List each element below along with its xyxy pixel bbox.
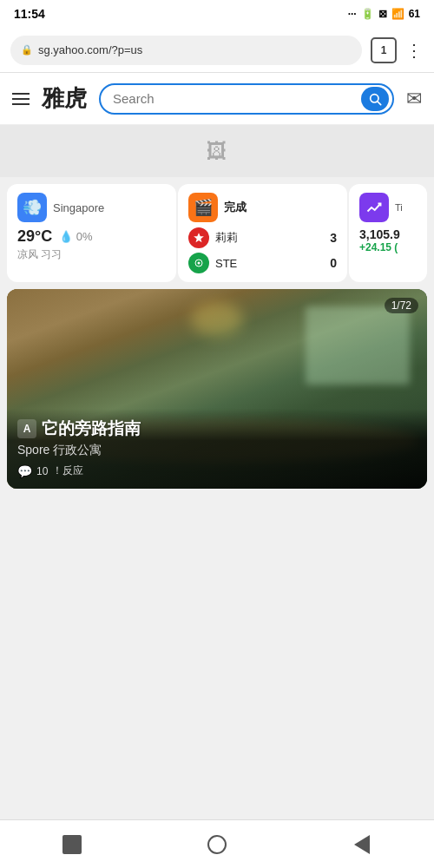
battery-level: 61 — [409, 8, 420, 20]
url-text: sg.yahoo.com/?p=us — [38, 43, 142, 56]
browser-bar: 🔒 sg.yahoo.com/?p=us 1 ⋮ — [0, 28, 434, 73]
team1-logo — [188, 227, 209, 248]
news-headline: 它的旁路指南 — [42, 418, 141, 440]
sim-icon: ⊠ — [378, 8, 387, 20]
news-counter: 1/72 — [385, 298, 418, 313]
entertainment-widget[interactable]: 🎬 完成 莉莉 3 STE 0 — [178, 184, 347, 282]
home-button[interactable] — [200, 827, 234, 862]
svg-line-1 — [378, 102, 381, 105]
wifi-icon: 📶 — [391, 8, 404, 20]
team2-name: STE — [215, 257, 324, 270]
stop-button[interactable] — [55, 827, 89, 862]
weather-description: 凉风 习习 — [17, 247, 166, 262]
team1-name: 莉莉 — [215, 230, 324, 246]
menu-icon[interactable] — [12, 93, 30, 105]
home-icon — [207, 835, 227, 854]
search-bar[interactable] — [99, 83, 394, 115]
ad-banner: 🖼 — [0, 125, 434, 177]
news-subtitle: Spore 行政公寓 — [17, 443, 417, 458]
search-button[interactable] — [361, 87, 389, 111]
entertainment-status: 完成 — [224, 200, 247, 215]
weather-temperature: 29°C — [17, 227, 52, 246]
weather-icon: 💨 — [17, 193, 47, 222]
tab-switcher[interactable]: 1 — [371, 37, 397, 63]
content-area — [0, 496, 434, 687]
finance-icon — [359, 193, 389, 222]
entertainment-icon: 🎬 — [188, 193, 218, 222]
comment-icon: 💬 — [17, 464, 32, 478]
finance-change: +24.15 ( — [359, 241, 417, 253]
comment-label: ！反应 — [52, 464, 83, 478]
svg-point-4 — [198, 262, 201, 265]
back-icon — [354, 835, 370, 854]
signal-icon: ··· — [348, 8, 357, 20]
battery-save-icon: 🔋 — [361, 8, 374, 20]
ad-placeholder-icon: 🖼 — [207, 139, 227, 163]
news-meta: 💬 10 ！反应 — [17, 464, 417, 478]
yahoo-logo: 雅虎 — [42, 83, 87, 114]
status-bar: 11:54 ··· 🔋 ⊠ 📶 61 — [0, 0, 434, 28]
team2-logo — [188, 253, 209, 273]
weather-widget[interactable]: 💨 Singapore 29°C 💧 0% 凉风 习习 — [7, 184, 176, 282]
url-bar[interactable]: 🔒 sg.yahoo.com/?p=us — [10, 36, 362, 65]
back-button[interactable] — [345, 827, 379, 862]
status-time: 11:54 — [14, 7, 45, 21]
lock-icon: 🔒 — [21, 44, 33, 56]
news-title-letter: A — [17, 419, 36, 438]
team1-score: 3 — [330, 231, 337, 245]
svg-marker-2 — [194, 233, 204, 242]
search-input[interactable] — [113, 91, 358, 106]
bottom-nav — [0, 819, 434, 868]
weather-location: Singapore — [53, 201, 104, 214]
yahoo-header: 雅虎 ✉ — [0, 73, 434, 125]
stop-icon — [62, 835, 82, 854]
news-overlay: A 它的旁路指南 Spore 行政公寓 💬 10 ！反应 — [7, 409, 427, 489]
comment-count: 10 — [36, 465, 48, 477]
news-card[interactable]: 1/72 A 它的旁路指南 Spore 行政公寓 💬 10 ！反应 — [7, 289, 427, 489]
finance-title: Ti — [395, 202, 403, 213]
team2-score: 0 — [330, 256, 337, 270]
status-icons: ··· 🔋 ⊠ 📶 61 — [348, 8, 420, 20]
finance-widget[interactable]: Ti 3,105.9 +24.15 ( — [349, 184, 427, 282]
weather-humidity: 💧 0% — [59, 230, 92, 243]
mail-icon[interactable]: ✉ — [406, 88, 422, 110]
browser-menu-icon[interactable]: ⋮ — [405, 40, 424, 61]
finance-value: 3,105.9 — [359, 227, 417, 241]
widget-row: 💨 Singapore 29°C 💧 0% 凉风 习习 🎬 完成 莉莉 3 — [0, 177, 434, 289]
